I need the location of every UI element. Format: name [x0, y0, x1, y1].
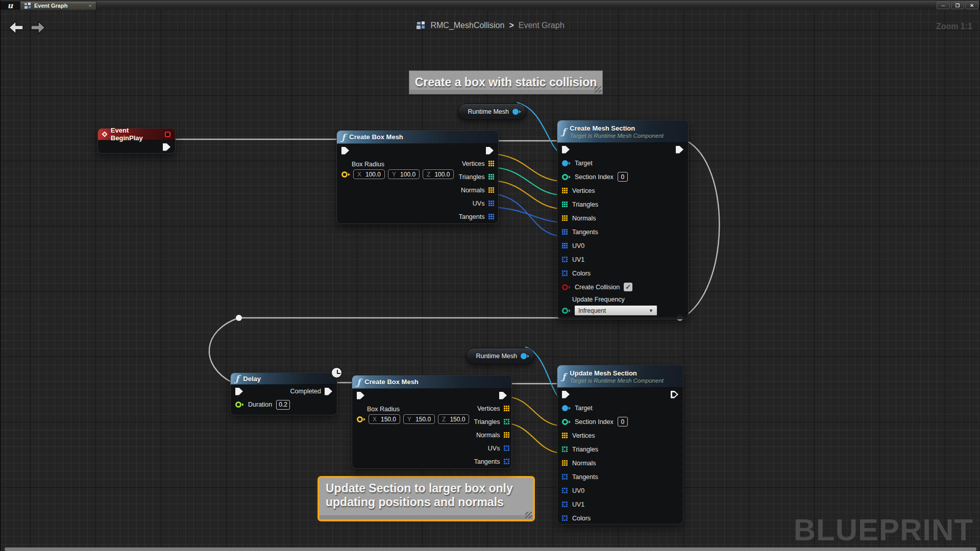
wire-layer	[1, 10, 980, 551]
pin-label: Target	[575, 160, 593, 167]
node-runtime-mesh-variable[interactable]: Runtime Mesh	[458, 104, 526, 120]
array-out-pin[interactable]	[488, 214, 495, 220]
array-in-pin[interactable]	[562, 243, 568, 249]
exec-in-pin[interactable]	[562, 391, 570, 398]
array-in-pin[interactable]	[562, 474, 568, 480]
array-in-pin[interactable]	[562, 202, 568, 208]
tab-close-icon[interactable]: ×	[89, 3, 92, 9]
create-collision-checkbox[interactable]: ✓	[624, 283, 632, 291]
wire-vertices-1[interactable]	[495, 154, 559, 181]
axis-label: Z	[427, 171, 430, 178]
pin-label: Normals	[476, 432, 500, 439]
wire-tangents-1[interactable]	[495, 207, 559, 222]
axis-label: Z	[442, 416, 446, 423]
array-in-pin[interactable]	[562, 446, 568, 453]
array-in-pin[interactable]	[562, 488, 568, 494]
object-out-pin[interactable]	[512, 109, 521, 115]
x-value-field[interactable]: X100.0	[353, 169, 385, 179]
node-delay[interactable]: ƒ Delay Completed Duration 0.2	[230, 372, 337, 415]
wire-triangles-1[interactable]	[495, 167, 559, 195]
duration-field[interactable]: 0.2	[276, 400, 290, 410]
wire-normals-1[interactable]	[495, 181, 559, 209]
axis-value: 100.0	[365, 171, 381, 178]
z-value-field[interactable]: Z100.0	[423, 169, 454, 179]
pin-label: Colors	[572, 270, 591, 277]
bool-in-pin[interactable]	[562, 284, 571, 290]
window-controls: ─ ❐ ✕	[936, 1, 979, 10]
pin-label: UV1	[572, 256, 584, 263]
delegate-pin-icon[interactable]	[165, 132, 170, 137]
function-icon: ƒ	[357, 377, 360, 387]
node-create-box-mesh-2[interactable]: ƒ Create Box Mesh Box Radius X150.0 Y150…	[352, 375, 512, 469]
exec-out-pin[interactable]	[486, 147, 494, 155]
array-in-pin[interactable]	[562, 460, 568, 466]
object-in-pin[interactable]	[562, 160, 571, 166]
exec-out-pin[interactable]	[671, 391, 678, 398]
axis-value: 150.0	[415, 416, 431, 423]
exec-in-pin[interactable]	[235, 388, 243, 395]
enum-in-pin[interactable]	[562, 308, 571, 314]
exec-in-pin[interactable]	[341, 147, 349, 155]
exec-out-pin[interactable]	[499, 392, 507, 399]
node-event-beginplay[interactable]: Event BeginPlay	[97, 128, 176, 154]
node-runtime-mesh-variable[interactable]: Runtime Mesh	[466, 348, 534, 364]
pin-label: Tangents	[459, 213, 485, 220]
wire-uvs-to-uv0[interactable]	[495, 194, 559, 236]
array-out-pin[interactable]	[504, 432, 510, 438]
float-in-pin[interactable]	[235, 402, 244, 408]
close-button[interactable]: ✕	[965, 2, 978, 9]
object-in-pin[interactable]	[562, 405, 571, 411]
vector-in-pin[interactable]	[341, 171, 350, 178]
section-index-field[interactable]: 0	[618, 417, 628, 427]
pin-label: Colors	[572, 515, 591, 522]
array-out-pin[interactable]	[488, 201, 495, 207]
node-create-mesh-section[interactable]: ƒ Create Mesh Section Target is Runtime …	[557, 120, 689, 319]
exec-in-pin[interactable]	[357, 392, 364, 399]
array-out-pin[interactable]	[504, 406, 510, 412]
exec-out-pin[interactable]	[163, 143, 170, 151]
exec-in-pin[interactable]	[562, 146, 570, 154]
int-in-pin[interactable]	[562, 419, 571, 425]
vector-in-pin[interactable]	[357, 416, 365, 422]
array-out-pin[interactable]	[504, 459, 510, 465]
wire-normals-2[interactable]	[509, 423, 559, 453]
y-value-field[interactable]: Y100.0	[388, 169, 420, 179]
function-node-header: ƒ Create Box Mesh	[352, 375, 511, 389]
reroute-node-left[interactable]	[236, 315, 242, 321]
function-node-header: ƒ Delay	[231, 373, 337, 385]
y-value-field[interactable]: Y150.0	[403, 414, 435, 424]
update-frequency-dropdown[interactable]: Infrequent ▼	[574, 305, 657, 316]
axis-value: 100.0	[400, 171, 415, 178]
z-value-field[interactable]: Z150.0	[438, 414, 469, 424]
tab-event-graph[interactable]: Event Graph ×	[20, 1, 96, 10]
array-in-pin[interactable]	[562, 433, 568, 439]
array-out-pin[interactable]	[504, 445, 510, 452]
array-in-pin[interactable]	[562, 188, 568, 194]
object-out-pin[interactable]	[521, 353, 529, 359]
pin-label: Triangles	[474, 418, 500, 425]
node-create-box-mesh-1[interactable]: ƒ Create Box Mesh Box Radius X100.0 Y100…	[336, 130, 499, 224]
title-bar: u Event Graph × ─ ❐ ✕	[1, 1, 979, 10]
pin-label: UV1	[572, 501, 584, 508]
graph-canvas[interactable]: RMC_MeshCollision > Event Graph Zoom 1:1…	[1, 10, 980, 551]
minimize-button[interactable]: ─	[937, 2, 950, 9]
array-out-pin[interactable]	[504, 419, 510, 425]
exec-out-pin[interactable]	[325, 388, 332, 395]
array-in-pin[interactable]	[562, 270, 568, 277]
node-title: Event BeginPlay	[111, 127, 161, 142]
int-in-pin[interactable]	[562, 174, 571, 180]
array-in-pin[interactable]	[562, 502, 568, 508]
array-out-pin[interactable]	[488, 161, 495, 167]
maximize-button[interactable]: ❐	[951, 2, 964, 9]
array-in-pin[interactable]	[562, 257, 568, 263]
array-out-pin[interactable]	[488, 187, 495, 193]
array-in-pin[interactable]	[562, 215, 568, 221]
array-in-pin[interactable]	[562, 229, 568, 235]
array-in-pin[interactable]	[562, 515, 568, 521]
x-value-field[interactable]: X150.0	[369, 414, 400, 424]
exec-out-pin[interactable]	[676, 146, 683, 154]
node-update-mesh-section[interactable]: ƒ Update Mesh Section Target is Runtime …	[557, 365, 683, 524]
array-out-pin[interactable]	[488, 174, 495, 180]
wire-vertices-2[interactable]	[509, 397, 559, 425]
section-index-field[interactable]: 0	[618, 172, 628, 182]
